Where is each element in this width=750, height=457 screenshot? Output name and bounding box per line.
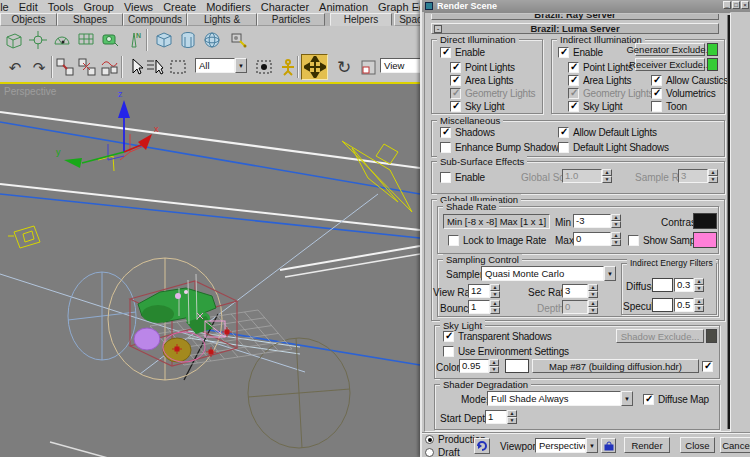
sec-rate-spinner[interactable]: 3▲▼	[562, 284, 598, 298]
cylinder-wireframe-icon[interactable]	[176, 28, 200, 52]
menu-animation[interactable]: Animation	[319, 1, 368, 13]
checkbox-sky-map-on[interactable]	[702, 360, 713, 372]
receiver-exclude-swatch[interactable]	[707, 58, 718, 71]
checkbox-shadows[interactable]: Shadows	[440, 126, 495, 138]
lock-view-icon[interactable]	[601, 438, 616, 453]
menu-file[interactable]: File	[0, 1, 9, 13]
mode-dropdown[interactable]: Full Shade Always▼	[487, 391, 633, 406]
checkbox-box[interactable]	[450, 101, 461, 112]
spinner-arrows-icon[interactable]: ▲▼	[588, 284, 598, 298]
checkbox-box[interactable]	[440, 142, 451, 153]
tab-lights-cameras[interactable]: Lights & Cameras	[187, 13, 257, 26]
generator-exclude-button[interactable]: Generator Exclude...	[635, 43, 705, 56]
collapse-icon[interactable]: -	[434, 25, 442, 33]
spinner-value[interactable]: 0	[573, 232, 611, 246]
menu-tools[interactable]: Tools	[48, 1, 74, 13]
spinner-value[interactable]: 0.3	[674, 278, 694, 292]
redo-icon[interactable]: ↷	[27, 55, 51, 79]
menu-edit[interactable]: Edit	[19, 1, 38, 13]
dialog-titlebar[interactable]: Render Scene	[422, 0, 750, 12]
menu-modifiers[interactable]: Modifiers	[206, 1, 251, 13]
checkbox-allow-caustics[interactable]: Allow Caustics	[651, 74, 728, 86]
sky-map-button[interactable]: Map #87 (building diffusion.hdr)	[532, 359, 699, 373]
sampler-dropdown[interactable]: Quasi Monte Carlo▼	[481, 266, 616, 281]
start-depth-spinner[interactable]: 1▲▼	[485, 410, 517, 424]
receiver-exclude-button[interactable]: Receiver Exclude...	[635, 58, 705, 71]
checkbox-box[interactable]	[443, 331, 454, 342]
view-rate-spinner[interactable]: 12▲▼	[468, 284, 500, 298]
checkbox-box[interactable]	[568, 62, 579, 73]
chevron-down-icon[interactable]: ▼	[586, 438, 598, 453]
checkbox-indirect-point-lights[interactable]: Point Lights	[568, 61, 633, 73]
contrast-color-swatch[interactable]	[693, 213, 717, 229]
specular-color-swatch[interactable]	[652, 298, 673, 312]
checkbox-direct-point-lights[interactable]: Point Lights	[450, 61, 515, 73]
unlink-icon[interactable]	[75, 55, 99, 79]
tape-measure-icon[interactable]	[98, 28, 122, 52]
viewport-dropdown[interactable]: Perspective▼	[535, 438, 598, 453]
checkbox-sss-enable[interactable]: Enable	[440, 171, 485, 183]
menu-views[interactable]: Views	[124, 1, 153, 13]
generator-exclude-swatch[interactable]	[707, 43, 718, 56]
checkbox-box[interactable]	[628, 235, 639, 246]
checkbox-box[interactable]	[558, 47, 569, 58]
net-render-icon[interactable]	[474, 438, 490, 454]
close-window-button[interactable]: ×	[741, 1, 749, 9]
checkbox-diffuse-map[interactable]: Diffuse Map	[643, 393, 709, 405]
checkbox-direct-sky-light[interactable]: Sky Light	[450, 100, 504, 112]
sky-color-spinner[interactable]: 0.95▲▼	[459, 359, 499, 373]
bounces-spinner[interactable]: 1▲▼	[468, 300, 500, 314]
undo-icon[interactable]: ↶	[3, 55, 27, 79]
spinner-value[interactable]: 3	[562, 284, 588, 298]
checkbox-indirect-sky-light[interactable]: Sky Light	[568, 100, 622, 112]
spinner-arrows-icon[interactable]: ▲▼	[694, 298, 704, 312]
rollout-luma-server[interactable]: - Brazil: Luma Server	[431, 23, 719, 34]
spinner-arrows-icon[interactable]: ▲▼	[490, 284, 500, 298]
menu-create[interactable]: Create	[163, 1, 196, 13]
protractor-icon[interactable]	[50, 28, 74, 52]
checkbox-box[interactable]	[651, 88, 662, 99]
checkbox-indirect-area-lights[interactable]: Area Lights	[568, 74, 631, 86]
tab-helpers[interactable]: Helpers	[330, 13, 392, 26]
select-and-rotate-icon[interactable]: ↻	[332, 55, 356, 79]
checkbox-box[interactable]	[440, 172, 451, 183]
rollout-scrollbar[interactable]	[727, 15, 731, 429]
checkbox-direct-area-lights[interactable]: Area Lights	[450, 74, 513, 86]
radio-draft[interactable]: Draft	[425, 447, 460, 457]
max-spinner[interactable]: 0▲▼	[573, 232, 621, 246]
checkbox-transparent-shadows[interactable]: Transparent Shadows	[443, 330, 552, 342]
bind-to-spacewarp-icon[interactable]	[97, 55, 121, 79]
checkbox-box[interactable]	[702, 361, 713, 372]
rectangular-selection-region-icon[interactable]	[166, 55, 190, 79]
cube-wireframe-icon[interactable]	[152, 28, 176, 52]
rollout-ray-server-partial[interactable]: Brazil: Ray Server	[431, 14, 719, 21]
tab-compounds[interactable]: Compounds	[123, 13, 187, 26]
radio-dot[interactable]	[425, 435, 434, 444]
menu-character[interactable]: Character	[261, 1, 309, 13]
menu-group[interactable]: Group	[83, 1, 114, 13]
checkbox-lock-to-image-rate[interactable]: Lock to Image Rate	[448, 234, 546, 246]
checkbox-box[interactable]	[440, 127, 451, 138]
spinner-arrows-icon[interactable]: ▲▼	[611, 214, 621, 228]
spinner-arrows-icon[interactable]: ▲▼	[694, 278, 704, 292]
spinner-arrows-icon[interactable]: ▲▼	[490, 300, 500, 314]
checkbox-box[interactable]	[558, 127, 569, 138]
spinner-value[interactable]: 0.5	[674, 298, 694, 312]
checkbox-indirect-enable[interactable]: Enable	[558, 46, 603, 58]
checkbox-enhance-bump-shadows[interactable]: Enhance Bump Shadows	[440, 141, 563, 153]
spinner-value[interactable]: -3	[573, 214, 611, 228]
specular-spinner[interactable]: 0.5▲▼	[674, 298, 704, 312]
grid-helper-icon[interactable]	[74, 28, 98, 52]
checkbox-direct-enable[interactable]: Enable	[440, 46, 485, 58]
chevron-down-icon[interactable]: ▼	[235, 58, 247, 73]
checkbox-box[interactable]	[448, 235, 459, 246]
checkbox-toon[interactable]: Toon	[651, 100, 687, 112]
sky-color-swatch[interactable]	[505, 359, 529, 373]
checkbox-default-light-shadows[interactable]: Default Light Shadows	[558, 141, 669, 153]
select-and-scale-icon[interactable]	[356, 55, 380, 79]
cancel-button[interactable]: Cancel	[720, 437, 750, 453]
checkbox-box[interactable]	[568, 101, 579, 112]
spinner-value[interactable]: 1	[485, 410, 507, 424]
checkbox-box[interactable]	[651, 101, 662, 112]
rollout-header[interactable]: Brazil: Ray Server	[431, 14, 719, 20]
